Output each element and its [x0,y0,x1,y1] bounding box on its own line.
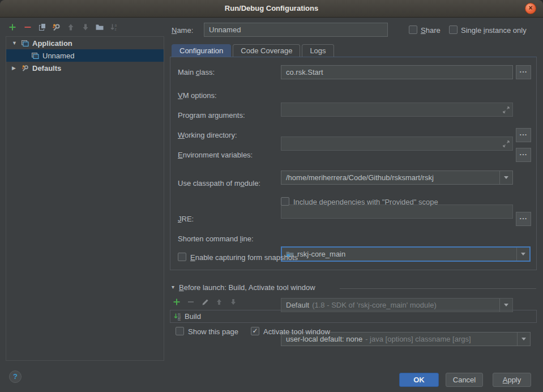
copy-configuration-icon[interactable] [38,23,47,32]
sort-configurations-icon[interactable]: az [110,23,119,32]
wrench-icon [21,64,29,72]
title-bar: Run/Debug Configurations × [0,0,543,18]
show-this-page-label: Show this page [188,327,238,336]
environment-variables-label: Environment variables: [178,151,253,159]
build-icon: 011001 [173,313,181,321]
jre-hint: (1.8 - SDK of 'rskj-core_main' module) [312,301,437,309]
vm-options-label: VM options: [178,91,217,100]
working-directory-input[interactable] [281,171,500,184]
task-label: Build [185,312,201,321]
svg-text:z: z [115,27,117,31]
move-task-down-icon[interactable] [229,298,237,306]
move-down-icon[interactable] [81,23,90,32]
tree-expanded-icon[interactable]: ▼ [12,40,18,46]
main-class-browse-button[interactable]: ... [516,65,531,79]
create-folder-icon[interactable] [95,23,104,32]
before-launch-separator [340,288,536,289]
vm-options-input[interactable] [281,103,512,116]
main-class-input[interactable] [281,66,512,79]
ok-button[interactable]: OK [399,373,439,387]
use-classpath-label: Use classpath of module: [178,179,260,188]
expand-field-icon[interactable] [502,140,510,150]
main-class-field-wrap [281,65,513,79]
configurations-tree: ▼ Application Unnamed ▶ Defaults [6,36,164,361]
edit-defaults-icon[interactable] [52,23,61,32]
activate-tool-window-checkbox[interactable] [251,327,259,335]
enable-capturing-label: Enable capturing form snapshots [190,253,298,262]
environment-variables-field-wrap [281,204,513,219]
use-classpath-dropdown-icon[interactable] [516,248,529,261]
working-directory-dropdown-icon[interactable] [499,171,512,184]
run-debug-configurations-dialog: Run/Debug Configurations × az ▼ Applicat… [0,0,543,392]
environment-variables-input[interactable] [281,205,512,218]
share-checkbox[interactable] [409,25,417,34]
application-icon [21,39,29,47]
tree-node-defaults[interactable]: ▶ Defaults [6,62,164,74]
tab-bar: Configuration Code Coverage Logs [172,44,334,57]
working-directory-label: Working directory: [178,131,237,139]
working-directory-browse-button[interactable]: ... [516,128,531,142]
svg-text:a: a [115,23,117,27]
expand-field-icon[interactable] [502,106,510,116]
cancel-button[interactable]: Cancel [446,373,483,387]
shorten-dropdown-icon[interactable] [517,333,530,346]
application-icon [31,52,39,59]
enable-capturing-checkbox[interactable] [178,253,186,261]
name-field-wrap [204,23,388,37]
include-dependencies-checkbox[interactable] [281,197,289,206]
remove-task-icon[interactable] [187,298,195,306]
jre-value: Default [281,301,309,309]
edit-task-icon[interactable] [201,298,209,306]
svg-text:01: 01 [178,318,181,321]
before-launch-task-row[interactable]: 011001 Build [170,310,537,323]
program-arguments-label: Program arguments: [178,111,245,120]
program-arguments-input[interactable] [281,137,512,150]
before-launch-title: Before launch: Build, Activate tool wind… [179,283,315,292]
tree-node-unnamed[interactable]: Unnamed [6,49,164,62]
move-task-up-icon[interactable] [215,298,223,306]
add-task-icon[interactable] [173,298,181,306]
tree-node-label: Unnamed [42,52,74,60]
single-instance-checkbox[interactable] [449,25,458,34]
tab-code-coverage[interactable]: Code Coverage [233,44,300,57]
jre-browse-button[interactable]: ... [516,212,531,226]
include-dependencies-label: Include dependencies with "Provided" sco… [293,198,438,206]
program-arguments-field-wrap [281,137,513,151]
tree-collapsed-icon[interactable]: ▶ [12,65,18,71]
environment-variables-browse-button[interactable]: ... [516,148,531,162]
add-configuration-icon[interactable] [8,23,17,32]
show-this-page-checkbox[interactable] [176,327,184,335]
tab-logs[interactable]: Logs [302,44,334,57]
activate-tool-window-label: Activate tool window [263,327,330,336]
shorten-hint: - java [options] classname [args] [365,335,471,343]
name-input[interactable] [204,23,387,36]
working-directory-combo [281,171,513,185]
tab-configuration[interactable]: Configuration [172,44,231,57]
name-label: Name: [172,26,193,35]
before-launch-collapse-icon[interactable]: ▾ [172,284,174,290]
dialog-title: Run/Debug Configurations [0,0,543,17]
tree-node-application[interactable]: ▼ Application [6,37,164,49]
tree-node-label: Application [32,39,72,48]
help-button[interactable]: ? [9,370,22,383]
jre-label: JRE: [178,215,194,223]
main-class-label: Main class: [178,68,215,76]
configuration-panel: Main class: ... VM options: Program argu… [170,57,537,270]
use-classpath-combo[interactable]: rskj-core_main [281,246,531,262]
shorten-value: user-local default: none [281,335,362,343]
single-instance-label: Single instance only [461,26,527,35]
remove-configuration-icon[interactable] [23,23,32,32]
share-label: Share [421,26,441,35]
close-icon[interactable]: × [525,3,536,14]
tree-node-label: Defaults [32,64,61,73]
move-up-icon[interactable] [66,23,75,32]
vm-options-field-wrap [281,103,513,117]
apply-button[interactable]: Apply [493,373,531,387]
shorten-command-line-label: Shorten command line: [178,235,254,243]
